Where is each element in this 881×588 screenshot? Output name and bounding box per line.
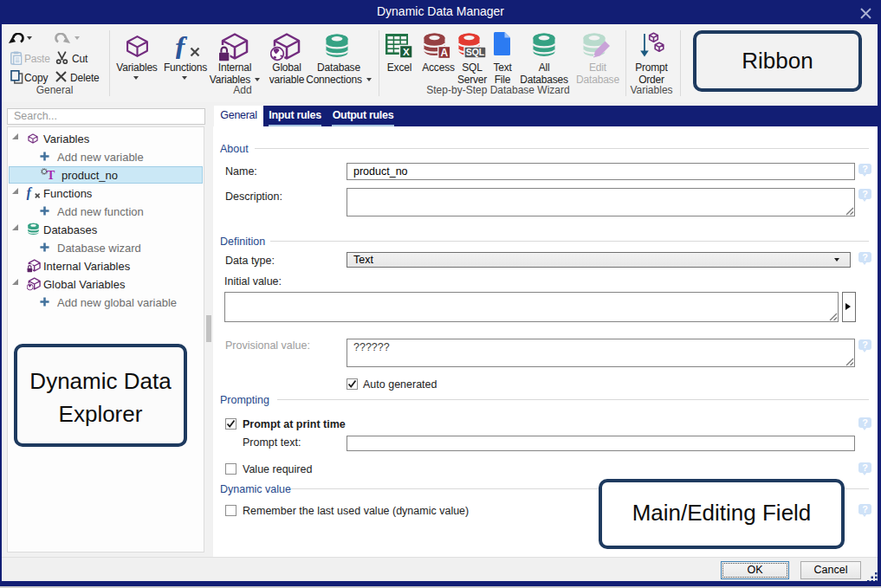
svg-text:X: X (403, 47, 410, 57)
svg-text:SQL: SQL (466, 47, 485, 57)
svg-text:f: f (176, 36, 188, 59)
svg-text:A: A (440, 47, 448, 59)
svg-text:f: f (27, 186, 33, 200)
